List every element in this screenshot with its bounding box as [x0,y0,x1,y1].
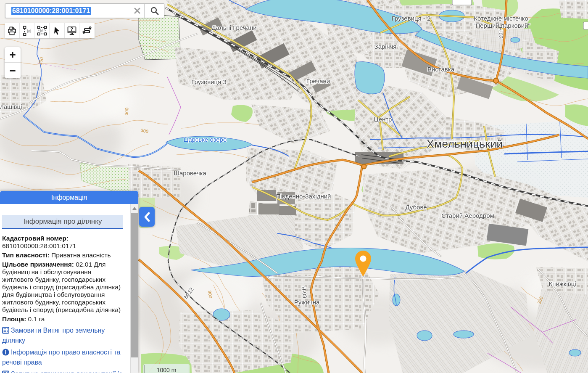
measure-area-icon: M 2 [37,25,47,36]
search-input[interactable]: 6810100000:28:001:0171 [5,4,130,18]
parcel-link-1[interactable]: Інформація про право власності та речові… [2,348,123,367]
measure-distance-icon: M [22,26,32,36]
parcel-link-2[interactable]: Запит на отримання документації із земле… [2,370,123,373]
parcel-field-label: Кадастровий номер: [2,235,69,242]
svg-text:?: ? [70,26,73,32]
help-monitor-icon: ? [67,26,77,36]
info-icon [2,349,9,358]
parcel-links: Замовити Витяг про земельну ділянкуІнфор… [2,326,123,373]
map-roundabout [493,78,498,83]
zoom-in-button[interactable]: + [5,47,21,63]
search-value: 6810100000:28:001:0171 [11,7,91,15]
parcel-field-0: Кадастровий номер:6810100000:28:001:0171 [2,235,123,250]
panel-scrollbar[interactable] [130,204,138,373]
zoom-control: + − [5,47,21,78]
parcel-info-title: Інформація про ділянку [2,215,123,229]
print-button[interactable] [5,23,20,38]
parcel-field-3: Площа: 0.1 га [2,315,123,323]
cursor-icon [52,26,61,35]
svg-text:2: 2 [43,27,45,31]
route-button[interactable] [79,23,95,38]
map-application: Дальні ГречаниГрузевиця - 2Котеджне міст… [0,0,588,373]
document-icon [2,327,9,336]
svg-text:M: M [27,29,31,34]
map-toolbar: M M 2 ? [5,23,95,38]
close-icon [134,8,140,14]
parcel-field-label: Тип власності: [2,251,50,259]
parcel-field-1: Тип власності: Приватна власність [2,251,123,259]
info-panel-header: Інформація [0,191,138,204]
info-panel: Інформація Інформація про ділянку Кадаст… [0,191,138,373]
parcel-link-0[interactable]: Замовити Витяг про земельну ділянку [2,326,123,345]
info-panel-body: Інформація про ділянку Кадастровий номер… [0,204,130,373]
scale-bar-label: 1000 m [145,365,188,373]
collapse-panel-button[interactable] [139,207,155,227]
parcel-field-label: Цільове призначення: [2,261,74,268]
clear-search-button[interactable] [130,4,144,18]
document-icon [2,370,9,373]
zoom-out-button[interactable]: − [5,63,21,78]
search-box: 6810100000:28:001:0171 [5,3,164,18]
route-icon [82,26,92,36]
parcel-fields: Кадастровий номер:6810100000:28:001:0171… [2,235,123,323]
scale-bar: 1000 m [143,364,190,373]
scroll-up-button[interactable] [131,204,138,212]
parcel-field-label: Площа: [2,315,26,323]
map-interchange [362,164,367,169]
help-button[interactable]: ? [65,23,80,38]
search-button[interactable] [145,4,164,18]
measure-distance-button[interactable]: M [20,23,35,38]
search-icon [150,6,159,15]
scroll-up-icon [132,207,137,210]
measure-area-button[interactable]: M 2 [34,23,50,38]
scroll-thumb[interactable] [131,213,138,357]
chevron-left-icon [143,212,151,222]
printer-icon [7,26,17,36]
parcel-field-2: Цільове призначення: 02.01 Для будівницт… [2,261,123,314]
select-cursor-button[interactable] [50,23,65,38]
